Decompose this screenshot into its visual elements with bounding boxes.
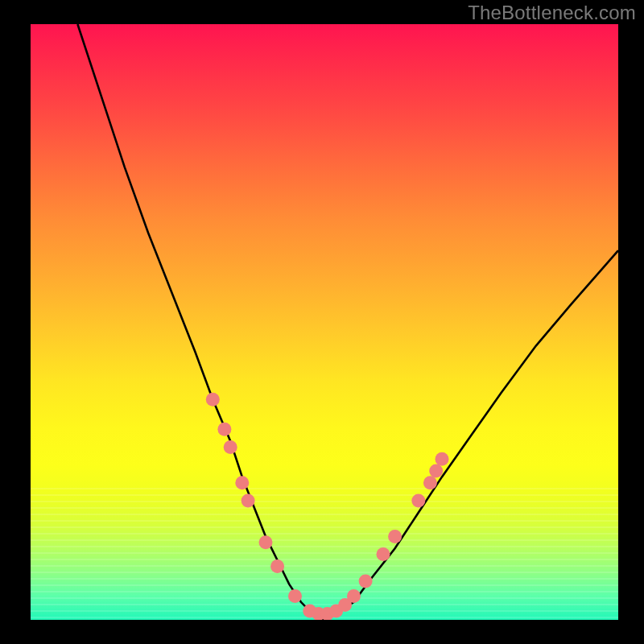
highlight-dot — [347, 589, 361, 603]
plot-area — [31, 24, 618, 620]
chart-frame: TheBottleneck.com — [0, 0, 644, 644]
highlight-dot — [359, 574, 373, 588]
highlight-dot — [242, 494, 255, 508]
highlight-dot — [259, 535, 273, 549]
highlight-dot — [206, 393, 220, 407]
watermark-label: TheBottleneck.com — [468, 2, 636, 24]
highlight-dot — [270, 559, 284, 573]
highlight-dot — [224, 440, 237, 454]
highlight-dot — [217, 423, 231, 436]
highlight-dot — [388, 530, 402, 543]
curve-layer — [31, 24, 618, 620]
highlight-dot — [429, 464, 443, 478]
highlight-dot — [235, 476, 249, 489]
highlight-dot — [377, 547, 390, 561]
bottleneck-curve-path — [77, 24, 618, 620]
highlight-dot — [411, 494, 425, 508]
highlight-dot — [423, 476, 437, 489]
highlight-dots-group — [206, 393, 449, 620]
highlight-dot — [288, 589, 302, 603]
highlight-dot — [436, 452, 449, 466]
